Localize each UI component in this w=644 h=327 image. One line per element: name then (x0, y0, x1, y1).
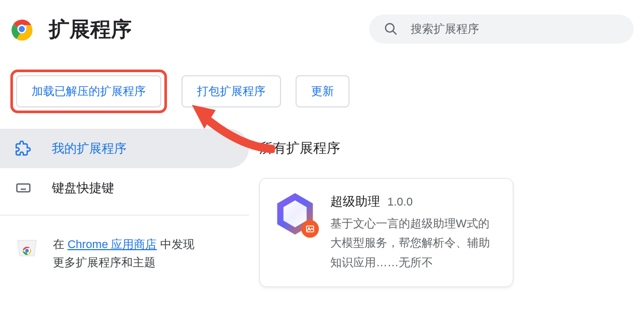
store-text: 在 Chrome 应用商店 中发现 更多扩展程序和主题 (53, 235, 194, 271)
button-row: 加载已解压的扩展程序 打包扩展程序 更新 (0, 54, 644, 129)
search-box[interactable] (369, 15, 634, 44)
keyboard-icon (16, 180, 31, 196)
search-icon (384, 22, 398, 36)
pack-extension-button[interactable]: 打包扩展程序 (181, 75, 281, 107)
sidebar: 我的扩展程序 键盘快捷键 (0, 129, 249, 327)
svg-rect-6 (17, 184, 30, 192)
unpacked-badge-icon (301, 220, 319, 238)
extension-description: 基于文心一言的超级助理W式的大模型服务，帮您解析令、辅助知识应用……无所不 (330, 214, 498, 272)
section-title: 所有扩展程序 (259, 139, 644, 157)
extension-name: 超级助理 (330, 193, 380, 210)
chrome-web-store-link[interactable]: Chrome 应用商店 (67, 238, 157, 251)
header: 扩展程序 (0, 0, 644, 54)
divider (0, 215, 249, 215)
sidebar-item-keyboard-shortcuts[interactable]: 键盘快捷键 (0, 168, 249, 208)
svg-point-3 (386, 24, 394, 32)
store-promo: 在 Chrome 应用商店 中发现 更多扩展程序和主题 (0, 223, 249, 284)
extension-card[interactable]: 超级助理 1.0.0 基于文心一言的超级助理W式的大模型服务，帮您解析令、辅助知… (259, 178, 513, 287)
sidebar-item-label: 我的扩展程序 (52, 140, 127, 157)
sidebar-item-my-extensions[interactable]: 我的扩展程序 (0, 129, 249, 168)
extension-icon (274, 193, 316, 235)
update-button[interactable]: 更新 (296, 75, 349, 107)
puzzle-icon (16, 141, 31, 156)
search-input[interactable] (411, 22, 619, 36)
extension-version: 1.0.0 (387, 195, 413, 209)
content: 所有扩展程序 超级助理 1.0.0 基于文心一言的超级助理W式 (249, 129, 644, 327)
web-store-icon (16, 235, 38, 258)
chrome-logo-icon (10, 18, 33, 40)
highlight-annotation: 加载已解压的扩展程序 (10, 70, 167, 113)
load-unpacked-button[interactable]: 加载已解压的扩展程序 (16, 75, 161, 107)
svg-point-13 (25, 249, 29, 253)
page-title: 扩展程序 (49, 15, 369, 44)
svg-line-4 (393, 31, 397, 35)
sidebar-item-label: 键盘快捷键 (52, 180, 114, 196)
